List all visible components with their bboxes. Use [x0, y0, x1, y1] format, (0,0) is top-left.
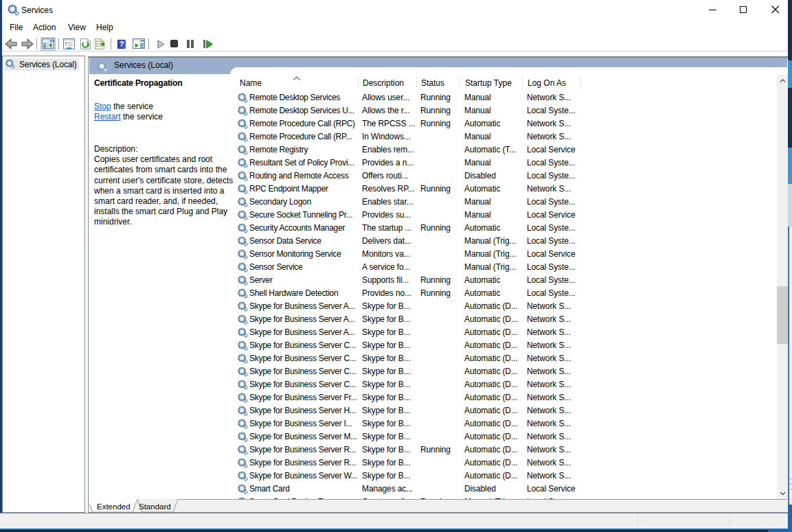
svg-text:?: ? [120, 40, 124, 48]
